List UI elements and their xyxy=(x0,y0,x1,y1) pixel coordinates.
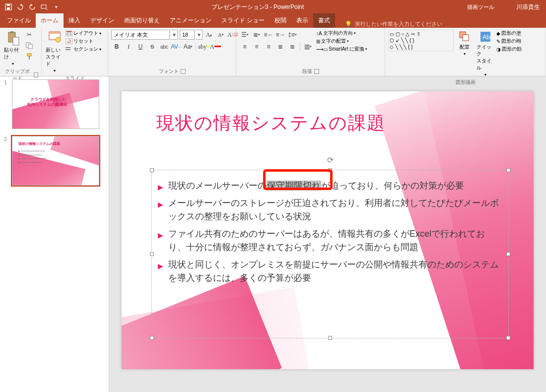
font-color-icon[interactable]: A xyxy=(210,42,221,52)
slide-canvas[interactable]: 現状の情報システムの課題 ⟳ ▶現状のメールサーバーの保守期限切れが迫っており、… xyxy=(109,76,546,392)
italic-icon[interactable]: I xyxy=(123,42,134,52)
tab-insert[interactable]: 挿入 xyxy=(64,13,85,28)
tab-transitions[interactable]: 画面切り替え xyxy=(119,13,165,28)
bullet-text[interactable]: ファイル共有のためのサーバーはあるが、情報共有の多くがExcelで行われており、… xyxy=(168,227,502,254)
bullet-text[interactable]: メールサーバーのストレージが圧迫されており、利用者に対してたびたびメールボックス… xyxy=(168,196,502,223)
tab-design[interactable]: デザイン xyxy=(85,13,119,28)
line-spacing-icon[interactable]: ‡≡▾ xyxy=(287,30,298,40)
font-size-input[interactable] xyxy=(180,30,195,40)
justify-icon[interactable]: ≣ xyxy=(275,42,286,52)
content-placeholder[interactable]: ⟳ ▶現状のメールサーバーの保守期限切れが迫っており、何らかの対策が必要▶メール… xyxy=(151,170,509,338)
new-slide-button[interactable]: 新しい スライド ▾ xyxy=(45,30,65,74)
tab-slideshow[interactable]: スライド ショー xyxy=(216,13,270,28)
decrease-indent-icon[interactable]: ≡← xyxy=(263,30,274,40)
font-name-dropdown-icon[interactable]: ▾ xyxy=(171,30,178,40)
document-title: プレゼンテーション3 - PowerPoint xyxy=(65,3,451,11)
smartart-button[interactable]: ⟶▭SmartArt に変換▾ xyxy=(316,46,367,53)
change-case-icon[interactable]: Aa▾ xyxy=(183,42,194,52)
text-direction-button[interactable]: ↕A文字列の方向▾ xyxy=(316,30,367,37)
align-left-icon[interactable]: ≡ xyxy=(239,42,250,52)
selection-handle[interactable] xyxy=(150,168,154,172)
undo-icon[interactable] xyxy=(15,2,26,12)
arrange-button[interactable]: 配置▾ xyxy=(455,30,475,57)
shapes-gallery[interactable]: ▭ ▢ ○ △ ⇨ ⇧ ⬡ ↙ ╲ ╲ { } ◇ ╲ ╲ ╲ { } xyxy=(388,30,454,51)
font-name-input[interactable] xyxy=(111,30,170,40)
paste-button[interactable]: 貼り付け ▾ xyxy=(3,30,23,67)
slide-thumbnails-pane[interactable]: 1 クラウドを利用した 社内システムの最適化 2 現状の情報システムの課題 ▶ … xyxy=(0,76,109,392)
clipboard-dialog-launcher[interactable] xyxy=(34,72,38,77)
layout-button[interactable]: レイアウト▾ xyxy=(66,30,101,37)
strike-icon[interactable]: S xyxy=(147,42,158,52)
bullet-text[interactable]: 現状のメールサーバーの保守期限切れが迫っており、何らかの対策が必要 xyxy=(168,179,464,193)
highlight-color-icon[interactable]: aby xyxy=(198,42,209,52)
group-slides: 新しい スライド ▾ レイアウト▾ リセット セクション▾ スライド xyxy=(42,28,108,76)
slide-title[interactable]: 現状の情報システムの課題 xyxy=(156,111,386,135)
bullets-icon[interactable]: ☰▾ xyxy=(239,30,250,40)
format-painter-icon[interactable] xyxy=(24,52,35,62)
paragraph-dialog-launcher[interactable] xyxy=(314,69,319,74)
thumbnail-1[interactable]: 1 クラウドを利用した 社内システムの最適化 xyxy=(4,79,105,129)
bullet-item[interactable]: ▶メールサーバーのストレージが圧迫されており、利用者に対してたびたびメールボック… xyxy=(158,196,502,223)
tab-home[interactable]: ホーム xyxy=(36,13,64,28)
selection-handle[interactable] xyxy=(506,252,510,256)
bullet-item[interactable]: ▶現状のメールサーバーの保守期限切れが迫っており、何らかの対策が必要 xyxy=(158,179,502,193)
thumbnail-2[interactable]: 2 現状の情報システムの課題 ▶ ━━━━━━━━━━━━━━━━▶ ━━━━━… xyxy=(4,136,105,186)
quick-styles-button[interactable]: Abc クイック スタイル▾ xyxy=(476,30,495,78)
thumbnail-slide-1[interactable]: クラウドを利用した 社内システムの最適化 xyxy=(12,79,99,129)
bullet-arrow-icon: ▶ xyxy=(158,182,163,193)
selection-handle[interactable] xyxy=(328,168,332,172)
selection-handle[interactable] xyxy=(150,336,154,340)
svg-rect-16 xyxy=(67,33,68,35)
thumb2-title: 現状の情報システムの課題 xyxy=(18,141,60,146)
svg-rect-5 xyxy=(10,31,13,33)
char-spacing-icon[interactable]: AV↔ xyxy=(171,42,182,52)
svg-rect-17 xyxy=(69,33,71,35)
qat-customize-icon[interactable]: ▾ xyxy=(51,2,62,12)
selection-handle[interactable] xyxy=(150,252,154,256)
shape-effects-label: 図形の効 xyxy=(502,46,522,53)
cut-icon[interactable]: ✂ xyxy=(24,30,35,40)
underline-icon[interactable]: U xyxy=(135,42,146,52)
bullet-item[interactable]: ▶ファイル共有のためのサーバーはあるが、情報共有の多くがExcelで行われており… xyxy=(158,227,502,254)
tab-animations[interactable]: アニメーション xyxy=(165,13,216,28)
start-from-beginning-icon[interactable] xyxy=(39,2,50,12)
section-button[interactable]: セクション▾ xyxy=(66,46,101,53)
selection-handle[interactable] xyxy=(506,168,510,172)
bullet-text[interactable]: 現状と同じく、オンプレミスを前提にサーバーの公開や情報共有のためのシステムを導入… xyxy=(168,258,502,285)
tell-me[interactable]: 💡 実行したい作業を入力してください xyxy=(345,20,442,28)
increase-indent-icon[interactable]: ≡→ xyxy=(275,30,286,40)
align-center-icon[interactable]: ≡ xyxy=(251,42,262,52)
copy-icon[interactable] xyxy=(24,41,35,51)
font-size-dropdown-icon[interactable]: ▾ xyxy=(196,30,203,40)
rotate-handle-icon[interactable]: ⟳ xyxy=(327,155,334,165)
bold-icon[interactable]: B xyxy=(111,42,122,52)
align-text-button[interactable]: ⊞文字の配置▾ xyxy=(316,38,367,45)
save-icon[interactable] xyxy=(3,2,14,12)
distribute-icon[interactable]: ≣ xyxy=(287,42,298,52)
align-right-icon[interactable]: ≡ xyxy=(263,42,274,52)
lightbulb-icon: 💡 xyxy=(345,21,352,27)
columns-icon[interactable]: ▥▾ xyxy=(302,42,313,52)
bullet-arrow-icon: ▶ xyxy=(158,230,163,254)
font-dialog-launcher[interactable] xyxy=(181,69,186,74)
tab-view[interactable]: 表示 xyxy=(291,13,313,28)
thumbnail-slide-2[interactable]: 現状の情報システムの課題 ▶ ━━━━━━━━━━━━━━━━▶ ━━━━━━━… xyxy=(12,136,99,186)
selection-handle[interactable] xyxy=(328,336,332,340)
shadow-icon[interactable]: abc xyxy=(159,42,170,52)
shape-fill-icon: ◆ xyxy=(496,31,500,36)
shape-fill-button[interactable]: ◆図形の塗 xyxy=(496,30,522,37)
selection-handle[interactable] xyxy=(506,336,510,340)
user-name: 川添貴生 xyxy=(510,3,546,11)
redo-icon[interactable] xyxy=(27,2,38,12)
tab-review[interactable]: 校閲 xyxy=(270,13,291,28)
decrease-font-icon[interactable]: A▾ xyxy=(215,30,226,40)
numbering-icon[interactable]: ≣▾ xyxy=(251,30,262,40)
reset-button[interactable]: リセット xyxy=(66,38,101,45)
selected-text[interactable]: 保守期限切れ xyxy=(267,181,321,191)
bullet-item[interactable]: ▶現状と同じく、オンプレミスを前提にサーバーの公開や情報共有のためのシステムを導… xyxy=(158,258,502,285)
increase-font-icon[interactable]: A▴ xyxy=(204,30,214,40)
shape-effects-button[interactable]: ◑図形の効 xyxy=(496,46,522,53)
tab-file[interactable]: ファイル xyxy=(2,13,36,28)
tab-format[interactable]: 書式 xyxy=(313,13,335,28)
shape-outline-button[interactable]: ✎図形の枹 xyxy=(496,38,522,45)
